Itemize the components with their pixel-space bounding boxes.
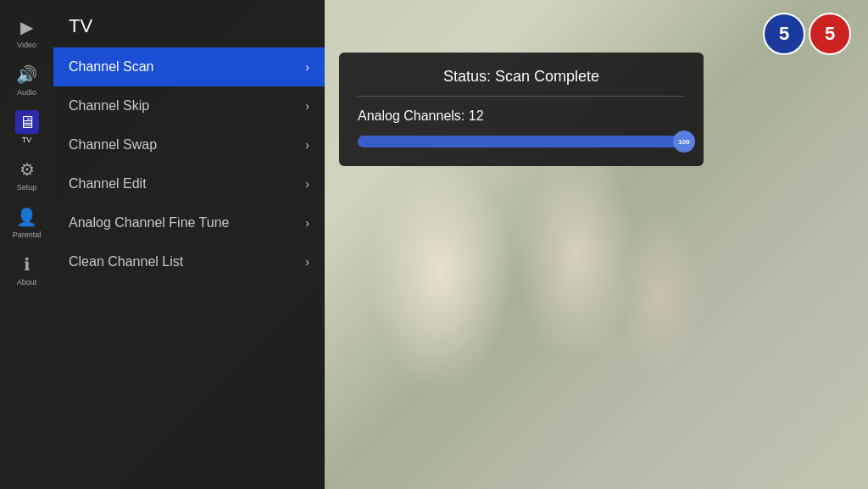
- video-icon: ▶: [15, 15, 39, 39]
- sidebar-label-parental: Parental: [13, 231, 42, 239]
- sidebar-label-video: Video: [17, 41, 36, 49]
- menu-item-label-clean-channel-list: Clean Channel List: [69, 254, 183, 270]
- menu-item-channel-scan[interactable]: Channel Scan ›: [53, 47, 325, 86]
- status-panel: Status: Scan Complete Analog Channels: 1…: [339, 53, 704, 166]
- status-channels: Analog Channels: 12: [358, 108, 685, 124]
- arrow-icon-channel-skip: ›: [305, 99, 309, 113]
- sidebar-item-parental[interactable]: 👤 Parental: [0, 198, 53, 246]
- setup-icon: ⚙: [15, 158, 39, 181]
- sidebar-label-audio: Audio: [17, 88, 36, 97]
- menu-item-channel-edit[interactable]: Channel Edit ›: [53, 164, 325, 203]
- arrow-icon-analog-fine-tune: ›: [305, 216, 309, 230]
- about-icon: ℹ: [15, 253, 39, 276]
- menu-item-analog-fine-tune[interactable]: Analog Channel Fine Tune ›: [53, 203, 325, 242]
- channel-logo: 5 5: [763, 13, 851, 55]
- sidebar-label-tv: TV: [22, 136, 32, 144]
- channel-logo-red: 5: [809, 13, 851, 55]
- menu-item-channel-skip[interactable]: Channel Skip ›: [53, 86, 325, 125]
- channel-logo-blue: 5: [763, 13, 805, 55]
- sidebar-item-tv[interactable]: 🖥 TV: [0, 103, 53, 151]
- sidebar-label-setup: Setup: [17, 183, 37, 192]
- sidebar: ▶ Video 🔊 Audio 🖥 TV ⚙ Setup 👤 Parental …: [0, 0, 53, 489]
- progress-container: 100: [358, 136, 685, 147]
- arrow-icon-channel-swap: ›: [305, 138, 309, 152]
- arrow-icon-clean-channel-list: ›: [305, 255, 309, 269]
- arrow-icon-channel-edit: ›: [305, 177, 309, 191]
- parental-icon: 👤: [15, 205, 39, 229]
- menu-item-label-analog-fine-tune: Analog Channel Fine Tune: [69, 215, 229, 231]
- sidebar-item-about[interactable]: ℹ About: [0, 246, 53, 293]
- menu-item-label-channel-swap: Channel Swap: [69, 137, 157, 153]
- progress-bar: 100: [358, 136, 685, 147]
- menu-item-label-channel-scan: Channel Scan: [69, 59, 154, 75]
- sidebar-item-audio[interactable]: 🔊 Audio: [0, 56, 53, 103]
- menu-item-label-channel-skip: Channel Skip: [69, 98, 149, 114]
- sidebar-item-video[interactable]: ▶ Video: [0, 8, 53, 56]
- status-title: Status: Scan Complete: [358, 68, 685, 97]
- menu-item-clean-channel-list[interactable]: Clean Channel List ›: [53, 242, 325, 281]
- menu-panel: TV Channel Scan › Channel Skip › Channel…: [53, 0, 325, 489]
- audio-icon: 🔊: [15, 63, 39, 86]
- menu-title: TV: [53, 0, 325, 47]
- arrow-icon-channel-scan: ›: [305, 60, 309, 74]
- progress-thumb: 100: [673, 131, 695, 153]
- menu-item-label-channel-edit: Channel Edit: [69, 176, 147, 192]
- tv-icon: 🖥: [15, 110, 39, 134]
- sidebar-label-about: About: [17, 278, 37, 286]
- sidebar-item-setup[interactable]: ⚙ Setup: [0, 151, 53, 198]
- menu-item-channel-swap[interactable]: Channel Swap ›: [53, 125, 325, 164]
